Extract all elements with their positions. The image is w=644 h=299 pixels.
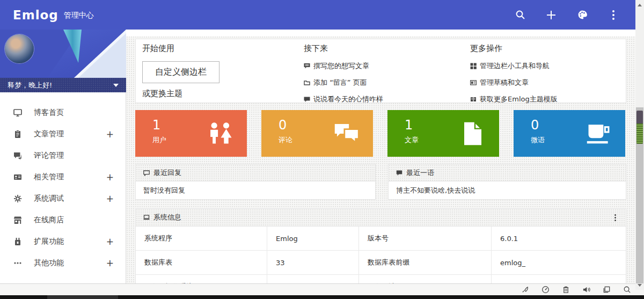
table-cell: 数据库表	[136, 251, 267, 275]
add-icon[interactable]	[545, 9, 557, 21]
expand-plus[interactable]: +	[106, 258, 114, 268]
manage-drafts-link[interactable]: 管理草稿和文章	[470, 78, 558, 87]
link-label: 管理草稿和文章	[480, 78, 529, 87]
recent-words-body: 博主不知要说啥,快去说说	[389, 181, 626, 200]
scrollbar-thumb[interactable]	[636, 111, 643, 144]
stat-label: 微语	[531, 135, 545, 145]
palette-icon[interactable]	[576, 9, 588, 21]
chevron-down-icon	[113, 84, 119, 87]
panel-menu-icon[interactable]	[612, 212, 618, 223]
sidebar-item-related[interactable]: 相关管理 +	[0, 166, 126, 188]
post-mood-link[interactable]: 说说看今天的心情咋样	[304, 94, 383, 104]
ellipsis-icon	[13, 259, 22, 267]
expand-plus[interactable]: +	[106, 172, 114, 183]
stat-value: 0	[279, 118, 287, 133]
table-cell: 服务器端口	[359, 275, 492, 283]
stat-card-comments[interactable]: 0 评论	[261, 110, 373, 157]
system-info-header: 系统信息	[136, 209, 626, 227]
stat-card-articles[interactable]: 1 文章	[387, 110, 499, 157]
table-cell: 数据库表前缀	[359, 251, 492, 275]
sidebar: 释梦，晚上好! 博客首页 文章管理 +	[0, 30, 126, 283]
expand-plus[interactable]: +	[106, 236, 114, 247]
write-article-link[interactable]: 撰写您的想写文章	[304, 61, 383, 71]
table-cell: emlog_	[492, 251, 626, 275]
table-cell: Windows NT	[267, 275, 359, 283]
main-content: 开始使用 自定义侧边栏 或更换主题 接下来 撰写您的想写文章 添加 “留言” 页…	[126, 30, 635, 283]
clipboard-icon	[13, 130, 22, 138]
table-cell: 80	[492, 275, 626, 283]
stat-label: 评论	[279, 135, 292, 145]
sidebar-item-label: 在线商店	[34, 215, 64, 225]
store-icon	[13, 216, 22, 224]
stat-value: 1	[405, 118, 413, 133]
customize-sidebar-button[interactable]: 自定义侧边栏	[142, 61, 219, 83]
sidebar-item-other[interactable]: 其他功能 +	[0, 252, 126, 274]
scroll-down-icon[interactable]	[635, 281, 644, 289]
scroll-up-icon[interactable]	[635, 1, 644, 9]
menu-icon[interactable]	[608, 9, 619, 21]
system-info-table: 系统程序 Emlog 版本号 6.0.1 数据库表 33 数据库表前缀 emlo…	[136, 227, 626, 283]
chat-icon	[333, 121, 360, 146]
sidebar-item-label: 系统调试	[34, 194, 64, 203]
recent-replies-panel: 最近回复 暂时没有回复	[135, 164, 376, 200]
stat-label: 文章	[405, 135, 419, 145]
laptop-icon	[143, 214, 150, 221]
speaker-icon[interactable]	[582, 286, 590, 294]
get-themes-link[interactable]: 获取更多Emlog主题模版	[470, 94, 558, 104]
manage-widgets-link[interactable]: 管理边栏小工具和导航	[470, 61, 558, 71]
table-cell: 服务器操作系统	[136, 275, 267, 283]
topbar: Emlog 管理中心	[0, 0, 644, 30]
browser-status-bar	[0, 283, 644, 295]
sidebar-item-articles[interactable]: 文章管理 +	[0, 123, 126, 145]
recent-replies-header: 最近回复	[136, 164, 375, 181]
more-actions-column: 更多操作 管理边栏小工具和导航 管理草稿和文章	[470, 43, 558, 111]
stat-card-users[interactable]: 1 用户	[135, 110, 247, 157]
rocket-icon[interactable]	[521, 286, 529, 294]
link-label: 撰写您的想写文章	[313, 61, 369, 71]
folder-icon	[304, 79, 310, 86]
sidebar-item-label: 其他功能	[34, 258, 64, 268]
change-theme-link[interactable]: 或更换主题	[142, 89, 219, 99]
table-cell: 系统程序	[136, 227, 267, 251]
sidebar-item-label: 文章管理	[34, 129, 64, 139]
emlog-logo[interactable]: Emlog	[13, 8, 58, 22]
speech-icon	[396, 170, 402, 176]
next-steps-column: 接下来 撰写您的想写文章 添加 “留言” 页面	[304, 43, 383, 111]
panel-title: 最近一语	[406, 168, 434, 178]
stat-label: 用户	[152, 135, 166, 145]
greeting-bar[interactable]: 释梦，晚上好!	[0, 78, 126, 92]
table-cell: 版本号	[359, 227, 492, 251]
page: Emlog 管理中心	[0, 0, 644, 299]
user-avatar[interactable]	[5, 34, 34, 63]
content-top-strip	[126, 30, 635, 37]
recent-words-panel: 最近一语 博主不知要说啥,快去说说	[388, 164, 626, 200]
link-label: 获取更多Emlog主题模版	[480, 94, 558, 104]
panel-title: 系统信息	[153, 213, 181, 222]
gear-icon	[13, 194, 22, 203]
card-icon	[470, 79, 477, 86]
stat-cards: 1 用户 0 评论	[135, 110, 626, 157]
sidebar-menu: 博客首页 文章管理 + 评论管理 相关管理	[0, 92, 126, 274]
link-label: 说说看今天的心情咋样	[313, 94, 383, 104]
speedometer-icon[interactable]	[541, 286, 550, 294]
sidebar-item-extensions[interactable]: 扩展功能 +	[0, 231, 126, 252]
article-icon	[459, 121, 486, 146]
sidebar-item-home[interactable]: 博客首页	[0, 102, 126, 123]
expand-plus[interactable]: +	[106, 193, 114, 204]
add-page-link[interactable]: 添加 “留言” 页面	[304, 78, 383, 87]
monitor-icon	[13, 108, 22, 117]
getting-started-title: 开始使用	[142, 43, 219, 54]
scrollbar[interactable]	[635, 0, 644, 290]
coffee-icon	[586, 121, 612, 146]
sidebar-item-store[interactable]: 在线商店	[0, 209, 126, 231]
sidebar-item-debug[interactable]: 系统调试 +	[0, 188, 126, 209]
reply-bubble-icon	[143, 170, 150, 176]
search-icon[interactable]	[514, 9, 526, 21]
sidebar-item-comments[interactable]: 评论管理	[0, 145, 126, 166]
table-cell: 33	[267, 251, 359, 275]
trash-icon[interactable]	[561, 286, 570, 294]
windows-icon[interactable]	[602, 286, 611, 294]
page-search-icon[interactable]	[623, 286, 631, 294]
expand-plus[interactable]: +	[106, 129, 114, 140]
stat-card-microblog[interactable]: 0 微语	[514, 110, 625, 157]
